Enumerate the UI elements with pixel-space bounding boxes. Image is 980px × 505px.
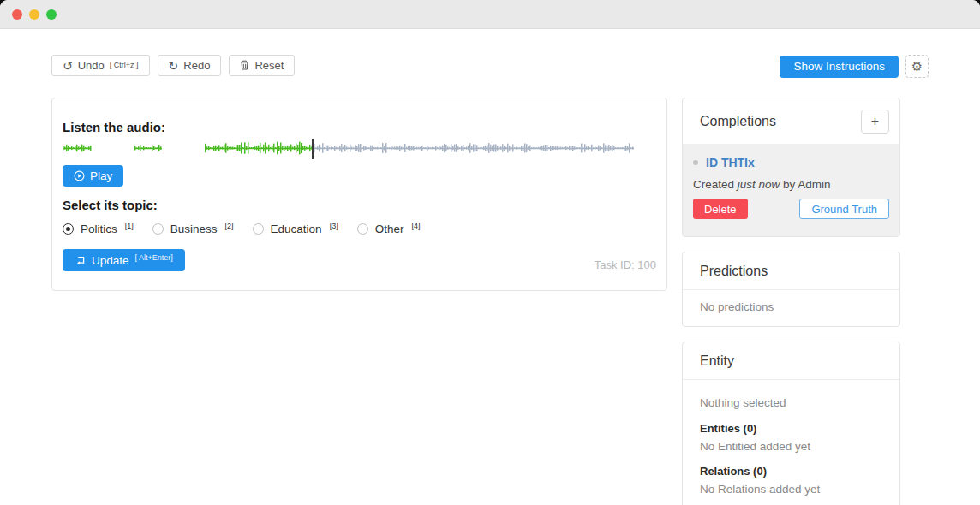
choice-hotkey: [3] [330, 222, 338, 230]
update-label: Update [92, 254, 129, 267]
content: Listen the audio: Play Select its topic: [51, 98, 929, 505]
completions-panel: Completions + ID THTIx Created just now … [682, 98, 900, 237]
app-window: ↺ Undo[ Ctrl+z ] ↻ Redo Reset Show Instr… [0, 0, 980, 505]
topic-choices: Politics[1] Business[2] Education[3] Oth… [63, 223, 656, 235]
completion-actions: Delete Ground Truth [693, 199, 889, 219]
radio-option-education[interactable]: Education[3] [253, 223, 338, 235]
play-button[interactable]: Play [63, 165, 123, 187]
completion-created-text: Created just now by Admin [693, 178, 889, 191]
predictions-body: No predictions [683, 290, 899, 326]
no-predictions-text: No predictions [700, 300, 774, 313]
undo-label: Undo [78, 59, 105, 72]
reset-button[interactable]: Reset [229, 55, 295, 76]
undo-icon: ↺ [63, 60, 73, 72]
side-column: Completions + ID THTIx Created just now … [682, 98, 900, 505]
predictions-header: Predictions [683, 253, 899, 290]
toolbar: ↺ Undo[ Ctrl+z ] ↻ Redo Reset Show Instr… [51, 55, 929, 78]
completion-item[interactable]: ID THTIx Created just now by Admin Delet… [683, 144, 899, 236]
created-suffix: by Admin [783, 178, 831, 191]
page: ↺ Undo[ Ctrl+z ] ↻ Redo Reset Show Instr… [0, 55, 980, 505]
relations-count: Relations (0) [700, 465, 882, 478]
toolbar-left: ↺ Undo[ Ctrl+z ] ↻ Redo Reset [51, 55, 295, 76]
playback-cursor[interactable] [312, 139, 314, 159]
completion-id-link[interactable]: ID THTIx [706, 156, 755, 169]
choice-hotkey: [2] [225, 222, 234, 230]
task-id: Task ID: 100 [595, 258, 656, 271]
show-instructions-button[interactable]: Show Instructions [780, 56, 899, 78]
toolbar-right: Show Instructions ⚙ [780, 55, 929, 78]
radio-unchecked-icon [152, 223, 164, 235]
entity-title: Entity [700, 354, 734, 369]
choice-label: Other [375, 223, 404, 235]
created-prefix: Created [693, 178, 734, 191]
window-titlebar [0, 0, 980, 29]
redo-label: Redo [183, 59, 210, 72]
radio-option-politics[interactable]: Politics[1] [63, 223, 134, 235]
zoom-window-button[interactable] [46, 9, 57, 20]
radio-checked-icon [63, 223, 74, 235]
relations-empty-text: No Relations added yet [700, 482, 882, 496]
created-time: just now [738, 178, 780, 191]
predictions-title: Predictions [700, 264, 768, 279]
play-label: Play [90, 169, 112, 182]
audio-heading: Listen the audio: [63, 120, 656, 135]
choice-label: Business [170, 223, 218, 235]
add-completion-button[interactable]: + [861, 110, 889, 134]
entity-panel: Entity Nothing selected Entities (0) No … [682, 342, 900, 505]
ground-truth-button[interactable]: Ground Truth [799, 199, 889, 219]
nothing-selected-text: Nothing selected [700, 395, 882, 410]
trash-icon [240, 60, 249, 72]
entity-header: Entity [683, 342, 899, 380]
predictions-panel: Predictions No predictions [682, 252, 900, 327]
update-row: Update[ Alt+Enter] Task ID: 100 [63, 249, 656, 271]
entities-count: Entities (0) [700, 422, 882, 436]
radio-option-business[interactable]: Business[2] [152, 223, 234, 235]
close-window-button[interactable] [12, 9, 22, 20]
redo-icon: ↻ [169, 60, 179, 72]
completions-header: Completions + [683, 98, 899, 144]
minimize-window-button[interactable] [29, 9, 39, 20]
entities-empty-text: No Entitied added yet [700, 439, 882, 454]
delete-completion-button[interactable]: Delete [693, 199, 748, 219]
redo-button[interactable]: ↻ Redo [158, 55, 222, 76]
play-icon [74, 170, 85, 181]
reset-label: Reset [254, 59, 284, 72]
task-card: Listen the audio: Play Select its topic: [51, 98, 667, 291]
completions-title: Completions [700, 114, 776, 129]
undo-button[interactable]: ↺ Undo[ Ctrl+z ] [51, 55, 150, 76]
settings-button[interactable]: ⚙ [905, 55, 929, 78]
entity-body: Nothing selected Entities (0) No Entitie… [683, 380, 899, 505]
submit-icon [75, 255, 86, 265]
waveform-canvas[interactable] [63, 139, 634, 159]
undo-shortcut: [ Ctrl+z ] [110, 61, 139, 69]
choice-hotkey: [4] [411, 222, 420, 230]
completion-bullet-icon [693, 160, 698, 165]
choice-label: Politics [81, 223, 117, 235]
choice-label: Education [271, 223, 322, 235]
update-button[interactable]: Update[ Alt+Enter] [63, 249, 185, 271]
completion-id-row: ID THTIx [693, 154, 889, 169]
radio-option-other[interactable]: Other[4] [357, 223, 421, 235]
audio-waveform[interactable] [63, 139, 634, 159]
topic-heading: Select its topic: [63, 198, 656, 213]
radio-unchecked-icon [253, 223, 264, 235]
radio-unchecked-icon [357, 223, 368, 235]
gear-icon: ⚙ [911, 59, 923, 74]
update-shortcut: [ Alt+Enter] [135, 253, 173, 262]
choice-hotkey: [1] [125, 222, 134, 230]
